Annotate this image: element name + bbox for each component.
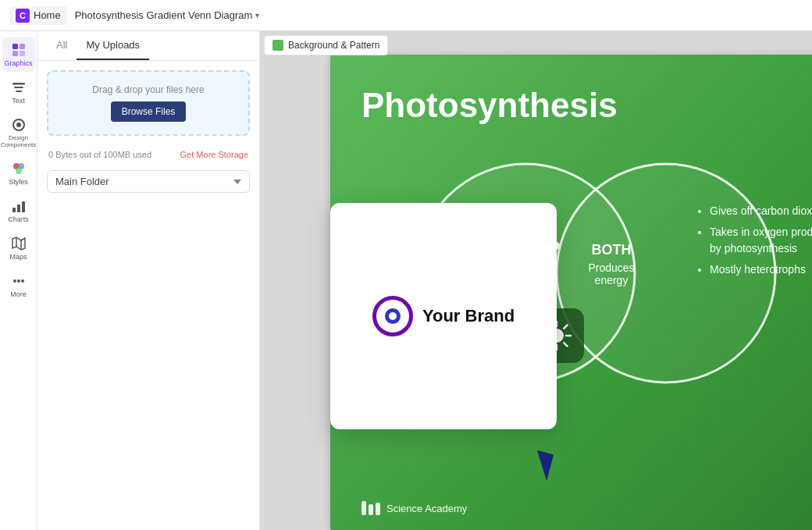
more-icon	[11, 273, 27, 289]
svg-rect-2	[12, 51, 18, 56]
sidebar-item-charts-label: Charts	[8, 215, 29, 223]
get-more-storage-link[interactable]: Get More Storage	[180, 150, 248, 159]
text-icon	[11, 80, 27, 95]
svg-point-19	[17, 279, 20, 283]
canvas-topbar: Background & Pattern	[260, 31, 812, 62]
brand-name: Your Brand	[422, 306, 515, 326]
svg-line-30	[564, 325, 567, 329]
svg-point-18	[13, 279, 16, 283]
folder-select-wrapper: Main Folder	[37, 164, 259, 199]
upload-area: Drag & drop your files here Browse Files	[47, 70, 250, 136]
sidebar-item-text[interactable]: Text	[2, 75, 35, 109]
svg-point-8	[16, 123, 21, 127]
svg-rect-3	[20, 51, 25, 56]
canva-logo-icon	[16, 9, 30, 23]
doc-title[interactable]: Photosynthesis Gradient Venn Diagram ▾	[75, 9, 260, 21]
charts-icon	[11, 198, 27, 214]
storage-used-text: 0 Bytes out of 100MB used	[48, 150, 151, 159]
venn-both-label: BOTH	[572, 242, 650, 258]
flask-2	[369, 504, 373, 515]
svg-marker-15	[12, 237, 25, 250]
bg-pattern-button[interactable]: Background & Pattern	[264, 35, 388, 55]
bg-color-swatch	[272, 40, 283, 51]
venn-right-item-1: Gives off carbon dioxide	[710, 203, 812, 219]
venn-produces-label: Produces energy	[572, 261, 650, 286]
sidebar-item-more[interactable]: More	[2, 269, 35, 303]
home-button[interactable]: Home	[9, 6, 67, 25]
panel-tabs: All My Uploads	[37, 31, 259, 61]
icon-sidebar: Graphics Text DesignComponents	[0, 31, 37, 530]
upload-drag-text: Drag & drop your files here	[61, 84, 236, 95]
flask-1	[361, 501, 366, 515]
brand-logo-icon	[372, 296, 413, 336]
flask-icon	[361, 501, 380, 515]
topbar: Home Photosynthesis Gradient Venn Diagra…	[0, 0, 812, 31]
venn-right-item-2: Takes in oxygen produced by photosynthes…	[710, 224, 812, 257]
main-layout: Graphics Text DesignComponents	[0, 31, 812, 530]
tab-my-uploads[interactable]: My Uploads	[77, 31, 149, 60]
panel: All My Uploads Drag & drop your files he…	[37, 31, 260, 530]
tab-all[interactable]: All	[47, 31, 77, 60]
canvas-area[interactable]: Background & Pattern Photosynthesis Take…	[260, 31, 812, 530]
footer-label: Science Academy	[386, 503, 467, 514]
svg-rect-4	[12, 83, 25, 85]
svg-rect-5	[14, 87, 23, 88]
sidebar-item-styles-label: Styles	[9, 178, 28, 186]
svg-rect-13	[17, 205, 20, 212]
sidebar-item-text-label: Text	[12, 97, 25, 105]
sidebar-item-more-label: More	[10, 290, 27, 298]
slide-footer: Science Academy	[361, 501, 467, 515]
svg-rect-1	[20, 44, 25, 49]
maps-icon	[11, 236, 27, 251]
sidebar-item-maps[interactable]: Maps	[2, 231, 35, 265]
venn-right-text: Gives off carbon dioxide Takes in oxygen…	[697, 203, 812, 283]
brand-inner: Your Brand	[372, 296, 515, 336]
design-components-icon	[11, 117, 27, 133]
styles-icon	[11, 161, 27, 176]
storage-info: 0 Bytes out of 100MB used Get More Stora…	[37, 145, 259, 164]
folder-select[interactable]: Main Folder	[47, 170, 250, 193]
slide-title: Photosynthesis	[361, 86, 618, 125]
svg-point-11	[16, 168, 22, 174]
svg-rect-6	[16, 91, 22, 92]
svg-rect-14	[22, 201, 25, 212]
svg-point-20	[21, 279, 24, 283]
browse-files-button[interactable]: Browse Files	[111, 101, 187, 122]
sidebar-item-design-components[interactable]: DesignComponents	[2, 112, 35, 153]
svg-rect-0	[12, 44, 18, 49]
venn-middle-text: BOTH Produces energy	[572, 242, 650, 286]
brand-card: Your Brand	[330, 203, 557, 429]
sidebar-item-graphics-label: Graphics	[5, 59, 33, 67]
flask-3	[376, 503, 380, 515]
venn-right-item-3: Mostly heterotrophs	[710, 261, 812, 278]
graphics-icon	[11, 42, 27, 58]
bg-pattern-label: Background & Pattern	[288, 40, 379, 51]
sidebar-item-styles[interactable]: Styles	[2, 156, 35, 190]
sidebar-item-maps-label: Maps	[9, 253, 27, 261]
chevron-down-icon: ▾	[255, 11, 259, 20]
home-label: Home	[34, 9, 61, 21]
svg-rect-12	[12, 208, 16, 212]
sidebar-item-graphics[interactable]: Graphics	[2, 37, 35, 72]
svg-line-29	[564, 343, 567, 346]
sidebar-item-design-label: DesignComponents	[1, 134, 36, 148]
sidebar-item-charts[interactable]: Charts	[2, 194, 35, 228]
